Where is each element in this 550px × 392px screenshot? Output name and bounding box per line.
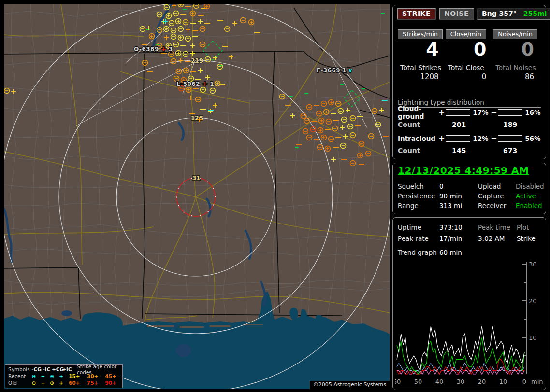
system-status-panel: 12/13/2025 4:49:59 AM Squelch 0 Upload D… <box>392 163 546 214</box>
strikes-per-min-header: Strikes/min <box>398 29 443 39</box>
capture-label: Capture <box>478 192 516 200</box>
range-label: Range <box>398 202 439 210</box>
legend-old-label: Old <box>8 380 29 386</box>
plus-icon: + <box>57 373 66 379</box>
svg-text:40: 40 <box>435 378 444 385</box>
receiver-label: Receiver <box>478 202 516 210</box>
uptime-value: 373:10 <box>439 224 478 231</box>
peak-rate-label: Peak rate <box>398 235 439 242</box>
strike-trend-chart: 1020306050403020100min <box>395 259 545 389</box>
noises-per-min-value: 0 <box>493 40 541 58</box>
ic-negative-percent: 56% <box>524 135 543 142</box>
circle-plus-icon: ⊕ <box>47 373 57 379</box>
plot-mode-value: Strike <box>517 235 542 242</box>
negative-sign: − <box>491 108 496 117</box>
age-code-30: 30+ <box>84 373 102 379</box>
svg-text:20: 20 <box>529 297 537 305</box>
map-symbol-legend: Symbols -CG -IC +CG +IC Strike age color… <box>5 364 123 388</box>
uptime-label: Uptime <box>398 224 439 231</box>
total-strikes-value: 1208 <box>398 72 446 81</box>
legend-col-neg-ic: -IC <box>42 366 52 372</box>
ic-positive-bar <box>446 135 470 142</box>
circle-plus-icon: ⊕ <box>47 380 57 386</box>
circle-minus-icon: ⊖ <box>29 373 38 379</box>
svg-text:min: min <box>531 378 543 385</box>
age-code-45: 45+ <box>102 373 120 379</box>
datetime-display: 12/13/2025 4:49:59 AM <box>398 165 529 176</box>
svg-text:10: 10 <box>529 334 537 341</box>
negative-sign: − <box>491 134 496 143</box>
circle-minus-icon: ⊖ <box>29 380 38 386</box>
age-code-90: 90+ <box>102 380 120 386</box>
total-noises-label: Total Noises <box>493 64 541 71</box>
upload-status: Disabled <box>516 182 544 190</box>
cg-positive-percent: 17% <box>472 109 491 116</box>
svg-text:219: 219 <box>191 57 203 64</box>
age-code-75: 75+ <box>84 380 102 386</box>
intracloud-label: Intracloud <box>398 135 438 142</box>
plus-icon: + <box>57 380 66 386</box>
persistence-label: Persistence <box>398 192 439 200</box>
svg-text:125: 125 <box>191 115 203 122</box>
squelch-value: 0 <box>439 182 478 190</box>
persistence-value: 90 min <box>439 192 478 200</box>
total-close-value: 0 <box>446 72 493 81</box>
strikes-per-min-value: 4 <box>398 40 446 58</box>
close-per-min-value: 0 <box>446 40 493 58</box>
ic-negative-bar <box>498 135 522 142</box>
cg-positive-count: 201 <box>446 121 496 128</box>
strike-stats-panel: STRIKE NOISE Bng 357°255mi Strikes/min C… <box>392 5 546 159</box>
peak-rate-value: 17/min <box>439 235 478 242</box>
age-code-15: 15+ <box>66 373 84 379</box>
upload-label: Upload <box>478 182 516 190</box>
total-close-label: Total Close <box>446 64 493 71</box>
ic-positive-count: 145 <box>446 147 496 154</box>
svg-text:10: 10 <box>499 378 507 385</box>
noise-button[interactable]: NOISE <box>439 8 474 20</box>
legend-col-pos-ic: +IC <box>62 366 72 372</box>
positive-sign: + <box>438 108 444 117</box>
ic-count-label: Count <box>398 147 446 154</box>
svg-text:60: 60 <box>395 378 401 385</box>
positive-sign: + <box>438 134 444 143</box>
plot-header: Plot <box>517 224 542 231</box>
age-code-60: 60+ <box>66 380 84 386</box>
legend-col-pos-cg: +CG <box>52 366 62 372</box>
minus-icon: − <box>38 380 47 386</box>
legend-symbols-header: Symbols <box>8 366 31 372</box>
svg-text:30: 30 <box>529 261 537 268</box>
close-per-min-header: Close/min <box>446 29 486 39</box>
squelch-label: Squelch <box>398 182 439 190</box>
lightning-map[interactable]: 31321912531O-6389+3L-5062+1F-36691∨ Symb… <box>4 4 390 389</box>
legend-recent-label: Recent <box>8 373 29 379</box>
minus-icon: − <box>38 373 47 379</box>
application-window: { "map": { "colors": { "land": "#5b4f48"… <box>0 0 550 392</box>
map-canvas: 31321912531O-6389+3L-5062+1F-36691∨ <box>4 4 390 389</box>
peak-time-value: 3:02 AM <box>478 235 517 242</box>
trend-graph-label: Trend graph <box>398 249 439 256</box>
svg-text:50: 50 <box>414 378 422 385</box>
noises-per-min-header: Noises/min <box>493 29 537 39</box>
svg-text:30: 30 <box>457 378 465 385</box>
bearing-distance: 255mi <box>523 10 547 17</box>
bearing-readout: Bng 357°255mi <box>477 8 550 20</box>
range-value: 313 mi <box>439 202 478 210</box>
receiver-status: Enabled <box>516 202 542 210</box>
bearing-value: Bng 357° <box>482 10 517 17</box>
copyright-notice: ©2005 Astrogenic Systems <box>310 381 390 389</box>
cloud-ground-label: Cloud-ground <box>398 105 438 120</box>
total-noises-value: 86 <box>493 72 541 81</box>
cg-count-label: Count <box>398 121 446 128</box>
svg-text:0: 0 <box>522 378 526 385</box>
svg-text:31: 31 <box>192 175 201 182</box>
cg-negative-percent: 16% <box>524 109 543 116</box>
ic-positive-percent: 12% <box>472 135 491 142</box>
strike-button[interactable]: STRIKE <box>397 8 436 20</box>
cg-negative-bar <box>498 109 522 116</box>
peak-time-header: Peak time <box>478 224 517 231</box>
trend-panel: Uptime 373:10 Peak time Plot Peak rate 1… <box>392 217 546 390</box>
legend-col-neg-cg: -CG <box>31 366 42 372</box>
svg-text:20: 20 <box>478 378 486 385</box>
cg-positive-bar <box>446 109 470 116</box>
capture-status: Active <box>516 192 542 200</box>
